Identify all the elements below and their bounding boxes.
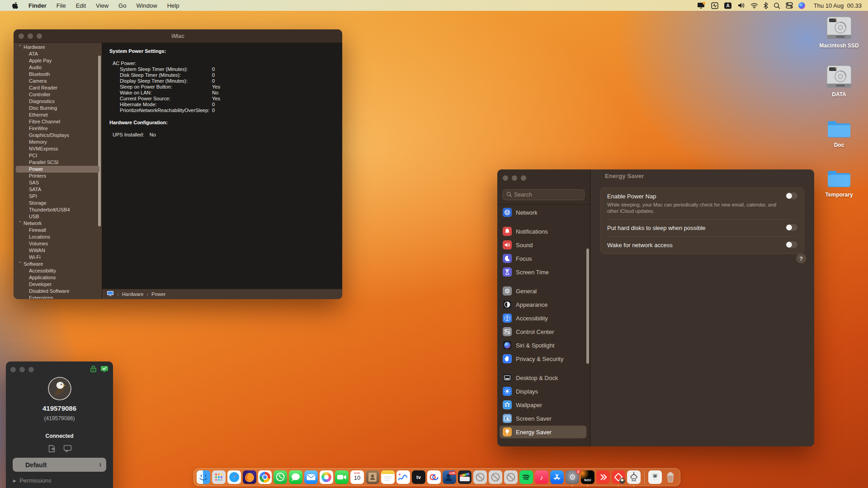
sysinfo-item-memory[interactable]: Memory <box>14 139 102 145</box>
sidebar-item-focus[interactable]: Focus <box>497 252 590 265</box>
dock-item-photos[interactable] <box>320 470 333 484</box>
sysinfo-item-wwan[interactable]: WWAN <box>14 247 102 254</box>
sidebar-item-sound[interactable]: Sound <box>497 238 590 252</box>
screen-share-icon[interactable] <box>695 2 708 9</box>
sysinfo-group-network[interactable]: ›Network <box>14 220 102 227</box>
sidebar-item-wallpaper[interactable]: Wallpaper <box>497 398 590 412</box>
sysinfo-group-hardware[interactable]: ›Hardware <box>14 44 102 51</box>
sysinfo-item-printers[interactable]: Printers <box>14 173 102 179</box>
minimize-button[interactable] <box>512 175 517 181</box>
sidebar-item-siri-spotlight[interactable]: Siri & Spotlight <box>497 338 590 352</box>
sidebar-item-control-center[interactable]: Control Center <box>497 325 590 338</box>
sysinfo-item-power[interactable]: Power <box>14 166 102 173</box>
breadcrumb-item-hardware[interactable]: Hardware <box>122 291 144 297</box>
sidebar-item-energy-saver[interactable]: Energy Saver <box>497 425 590 439</box>
toggle-switch-off[interactable] <box>786 241 797 248</box>
dock-item-spotify[interactable] <box>519 470 533 484</box>
dock-item-notes[interactable] <box>381 470 395 484</box>
sysinfo-item-spi[interactable]: SPI <box>14 193 102 200</box>
apple-menu-icon[interactable] <box>6 2 24 9</box>
sysinfo-item-apple-pay[interactable]: Apple Pay <box>14 57 102 64</box>
sysinfo-group-software[interactable]: ›Software <box>14 261 102 267</box>
bluetooth-icon[interactable] <box>761 2 770 9</box>
sysinfo-item-pci[interactable]: PCI <box>14 152 102 159</box>
sysinfo-item-extensions[interactable]: Extensions <box>14 295 102 299</box>
sysinfo-item-volumes[interactable]: Volumes <box>14 240 102 247</box>
dock-item-app-store[interactable] <box>550 470 564 484</box>
dock-item-calendar[interactable]: AUG10 <box>350 470 364 484</box>
sidebar-item-appearance[interactable]: Appearance <box>497 298 590 311</box>
dock-item-contacts[interactable] <box>366 470 379 484</box>
settings-search-field[interactable] <box>503 189 585 200</box>
search-input[interactable] <box>514 192 581 198</box>
sidebar-item-privacy-security[interactable]: Privacy & Security <box>497 352 590 366</box>
sysinfo-item-sas[interactable]: SAS <box>14 179 102 186</box>
sidebar-item-general[interactable]: ⚙General <box>497 284 590 298</box>
dock-item-messages[interactable] <box>289 470 302 484</box>
dock-item-appletv[interactable]: tv <box>412 470 425 484</box>
input-source-icon[interactable]: A <box>722 2 734 9</box>
sysinfo-item-graphics-displays[interactable]: Graphics/Displays <box>14 132 102 139</box>
breadcrumb-item-power[interactable]: Power <box>151 291 165 297</box>
toggle-switch-off[interactable] <box>786 224 797 231</box>
desktop-icon-macintosh-ssd[interactable]: Macintosh SSD <box>817 16 861 49</box>
dock-item-document[interactable] <box>648 470 662 484</box>
sysinfo-item-ata[interactable]: ATA <box>14 51 102 57</box>
desktop-icon-doc[interactable]: Doc <box>817 119 861 148</box>
dock-item-anydesk-eagle[interactable] <box>612 470 625 484</box>
sidebar-item-notifications[interactable]: Notifications <box>497 225 590 238</box>
minimize-button[interactable] <box>19 367 25 372</box>
sysinfo-item-accessibility[interactable]: Accessibility <box>14 267 102 274</box>
sysinfo-item-parallel-scsi[interactable]: Parallel SCSI <box>14 159 102 166</box>
menu-item-edit[interactable]: Edit <box>71 2 91 9</box>
menu-item-window[interactable]: Window <box>131 2 162 9</box>
sysinfo-item-card-reader[interactable]: Card Reader <box>14 84 102 91</box>
toggle-switch-off[interactable] <box>786 192 797 199</box>
dock-item-firefox[interactable] <box>243 470 256 484</box>
sysinfo-item-thunderbolt-usb4[interactable]: Thunderbolt/USB4 <box>14 206 102 213</box>
permissions-disclosure[interactable]: ▶ Permissions <box>13 477 52 484</box>
dock-item-system-settings[interactable]: ⚙2 <box>566 470 579 484</box>
dock-item-loop-app[interactable] <box>427 470 441 484</box>
help-button[interactable]: ? <box>796 253 806 263</box>
system-info-titlebar[interactable]: iMac <box>14 29 342 43</box>
dock-item-claw-tool[interactable] <box>627 470 641 484</box>
sysinfo-item-sata[interactable]: SATA <box>14 186 102 193</box>
sidebar-item-screen-time[interactable]: Screen Time <box>497 265 590 279</box>
sysinfo-item-ethernet[interactable]: Ethernet <box>14 112 102 118</box>
sysinfo-item-diagnostics[interactable]: Diagnostics <box>14 98 102 105</box>
sysinfo-item-wi-fi[interactable]: Wi-Fi <box>14 254 102 261</box>
search-icon[interactable] <box>771 2 783 9</box>
desktop-icon-data[interactable]: DATA <box>817 65 861 98</box>
dock-item-safari[interactable] <box>227 470 241 484</box>
control-center-icon[interactable] <box>783 2 795 9</box>
menu-item-finder[interactable]: Finder <box>24 2 52 9</box>
dock-item-live-app[interactable]: LIVE <box>443 470 456 484</box>
menu-item-go[interactable]: Go <box>113 2 131 9</box>
sysinfo-item-disabled-software[interactable]: Disabled Software <box>14 288 102 295</box>
dock-item-blocked[interactable] <box>489 470 502 484</box>
dock-item-mail[interactable] <box>304 470 318 484</box>
dock-item-final-cut[interactable] <box>458 470 472 484</box>
dock-item-ndi[interactable]: NDI <box>581 470 594 484</box>
file-transfer-icon[interactable] <box>47 445 57 455</box>
desktop-icon-temporary[interactable]: Temporary <box>817 169 861 198</box>
sysinfo-item-bluetooth[interactable]: Bluetooth <box>14 71 102 78</box>
zoom-button[interactable] <box>521 175 526 181</box>
sysinfo-item-audio[interactable]: Audio <box>14 64 102 71</box>
sidebar-item-network[interactable]: Network <box>497 206 590 219</box>
sidebar-item-screen-saver[interactable]: Screen Saver <box>497 412 590 425</box>
menu-item-help[interactable]: Help <box>162 2 184 9</box>
dock-item-launchpad[interactable] <box>212 470 226 484</box>
volume-icon[interactable] <box>735 2 747 9</box>
sysinfo-item-camera[interactable]: Camera <box>14 78 102 84</box>
sidebar-item-accessibility[interactable]: Accessibility <box>497 311 590 325</box>
dock-item-whatsapp[interactable] <box>274 470 287 484</box>
dock-item-facetime[interactable] <box>335 470 349 484</box>
close-button[interactable] <box>503 175 508 181</box>
zoom-button[interactable] <box>28 367 34 372</box>
profile-dropdown[interactable]: Default ▲▼ <box>13 458 106 472</box>
menu-item-view[interactable]: View <box>91 2 113 9</box>
sidebar-item-desktop-dock[interactable]: Desktop & Dock <box>497 371 590 385</box>
sysinfo-item-fibre-channel[interactable]: Fibre Channel <box>14 118 102 125</box>
